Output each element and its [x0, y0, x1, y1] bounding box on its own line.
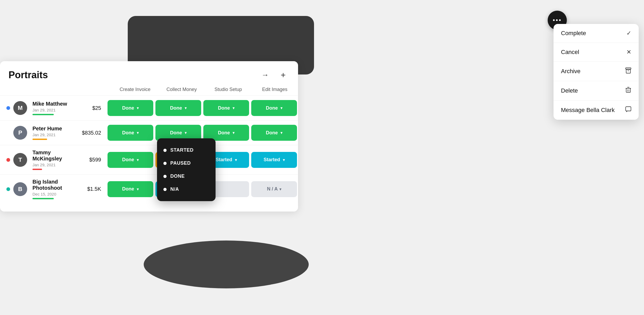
cell-label: Done: [218, 130, 230, 136]
menu-item-archive[interactable]: Archive: [554, 62, 639, 81]
status-cell-create-invoice[interactable]: Done ▾: [108, 100, 153, 116]
status-option-paused[interactable]: PAUSED: [163, 157, 209, 170]
main-card: Portraits → + Create Invoice Collect Mon…: [0, 61, 298, 212]
row-info: Big Island Photoshoot Dec 15, 2020: [32, 179, 75, 199]
status-cell-studio-setup[interactable]: Done ▾: [203, 100, 249, 116]
status-indicator-dot: [6, 131, 10, 135]
menu-item-delete[interactable]: Delete: [554, 81, 639, 101]
chevron-down-icon: ▾: [137, 131, 139, 135]
chevron-down-icon: ▾: [137, 158, 139, 162]
svg-rect-3: [626, 88, 630, 92]
message-icon: [625, 106, 631, 114]
cell-label: N / A: [267, 186, 278, 192]
delete-icon: [625, 87, 631, 94]
menu-item-message[interactable]: Message Bella Clark: [554, 101, 639, 120]
table-row: T Tammy McKingsley Jan 29, 2021 $599 Don…: [0, 145, 298, 174]
client-date: Jan 29, 2021: [32, 108, 75, 112]
client-date: Jan 29, 2021: [32, 163, 75, 167]
status-indicator-dot: [6, 187, 10, 191]
avatar: M: [13, 101, 27, 115]
avatar-letter: B: [18, 186, 22, 193]
cell-label: Done: [122, 130, 134, 136]
page-title: Portraits: [9, 69, 48, 81]
menu-label-archive: Archive: [561, 68, 580, 75]
client-date: Jan 29, 2021: [32, 132, 75, 137]
header-actions: → +: [259, 69, 290, 81]
status-dropdown: STARTED PAUSED DONE N/A: [157, 138, 216, 201]
col-header-studio-setup: Studio Setup: [205, 87, 251, 92]
table-row: B Big Island Photoshoot Dec 15, 2020 $1.…: [0, 174, 298, 204]
cell-label: Done: [122, 186, 134, 192]
status-cell-edit-images[interactable]: Started ▾: [251, 152, 297, 168]
status-dot: [163, 162, 167, 165]
row-info: Mike Matthew Jan 29, 2021: [32, 101, 75, 115]
col-header-create-invoice: Create Invoice: [112, 87, 158, 92]
menu-label-cancel: Cancel: [561, 49, 579, 56]
col-header-collect-money: Collect Money: [158, 87, 205, 92]
client-date: Dec 15, 2020: [32, 192, 75, 196]
cell-label: Done: [170, 105, 182, 111]
status-dot: [163, 175, 167, 178]
chevron-down-icon: ▾: [235, 158, 237, 162]
progress-bar: [32, 169, 42, 170]
col-header-edit-images: Edit Images: [251, 87, 298, 92]
status-option-started[interactable]: STARTED: [163, 144, 209, 157]
card-header: Portraits → +: [0, 61, 298, 87]
complete-icon: ✓: [626, 30, 631, 37]
status-label: DONE: [170, 173, 185, 179]
cell-label: Done: [122, 105, 134, 111]
row-info: Peter Hume Jan 29, 2021: [32, 126, 75, 140]
navigate-arrow-button[interactable]: →: [259, 69, 271, 81]
status-label: PAUSED: [170, 160, 191, 166]
chevron-down-icon: ▾: [137, 187, 139, 191]
menu-label-delete: Delete: [561, 87, 578, 94]
svg-rect-1: [626, 69, 630, 73]
add-button[interactable]: +: [277, 69, 290, 81]
more-dots-icon: •••: [553, 16, 562, 24]
status-cell-edit-images[interactable]: Done ▾: [251, 125, 297, 141]
status-cell-collect-money[interactable]: Done ▾: [155, 100, 201, 116]
menu-item-complete[interactable]: Complete ✓: [554, 24, 639, 43]
menu-label-message: Message Bella Clark: [561, 107, 615, 114]
row-cells: Done ▾ Done ▾ Done ▾ Done ▾: [108, 100, 297, 116]
row-left-bigisland: B Big Island Photoshoot Dec 15, 2020 $1.…: [6, 179, 108, 199]
status-cell-edit-images[interactable]: Done ▾: [251, 100, 297, 116]
avatar-letter: T: [18, 156, 22, 163]
status-option-na[interactable]: N/A: [163, 183, 209, 196]
status-option-done[interactable]: DONE: [163, 170, 209, 183]
row-info: Tammy McKingsley Jan 29, 2021: [32, 150, 75, 170]
menu-label-complete: Complete: [561, 30, 586, 37]
status-cell-create-invoice[interactable]: Done ▾: [108, 152, 153, 168]
avatar-letter: P: [18, 129, 22, 136]
row-left-mike: M Mike Matthew Jan 29, 2021 $25: [6, 101, 108, 115]
status-cell-create-invoice[interactable]: Done ▾: [108, 125, 153, 141]
cell-label: Started: [216, 157, 232, 163]
row-left-peter: P Peter Hume Jan 29, 2021 $835.02: [6, 126, 108, 140]
chevron-down-icon: ▾: [283, 158, 285, 162]
progress-bar: [32, 198, 54, 199]
chevron-down-icon: ▾: [280, 106, 282, 110]
status-cell-edit-images[interactable]: N / A ▾: [251, 181, 297, 197]
table-row: M Mike Matthew Jan 29, 2021 $25 Done ▾: [0, 96, 298, 120]
row-amount: $25: [75, 105, 101, 111]
status-indicator-dot: [6, 158, 10, 162]
chevron-down-icon: ▾: [185, 106, 187, 110]
column-headers: Create Invoice Collect Money Studio Setu…: [112, 87, 298, 96]
blob-decoration-bottom: [144, 241, 309, 288]
chevron-down-icon: ▾: [233, 131, 234, 135]
client-name: Peter Hume: [32, 126, 75, 132]
row-amount: $599: [75, 157, 101, 163]
menu-item-cancel[interactable]: Cancel ✕: [554, 43, 639, 62]
status-label: N/A: [170, 186, 179, 192]
cell-label: Done: [266, 105, 278, 111]
avatar-letter: M: [18, 105, 23, 111]
archive-icon: [625, 68, 631, 75]
cancel-icon: ✕: [626, 49, 631, 56]
row-left-tammy: T Tammy McKingsley Jan 29, 2021 $599: [6, 150, 108, 170]
svg-rect-0: [626, 68, 631, 69]
client-name: Mike Matthew: [32, 101, 75, 107]
status-cell-create-invoice[interactable]: Done ▾: [108, 181, 153, 197]
table-row: P Peter Hume Jan 29, 2021 $835.02 Done ▾: [0, 120, 298, 145]
cell-label: Done: [170, 130, 182, 136]
avatar: T: [13, 153, 27, 167]
